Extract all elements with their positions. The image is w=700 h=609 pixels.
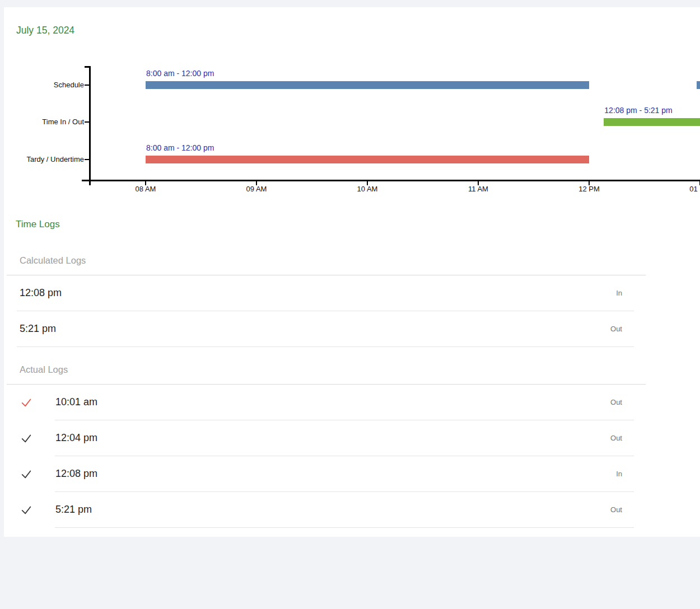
log-direction-badge: Out (610, 325, 622, 333)
gantt-bar[interactable] (146, 156, 589, 163)
log-time: 10:01 am (55, 396, 97, 408)
log-sections-container: Calculated Logs12:08 pmIn5:21 pmOutActua… (4, 254, 700, 528)
log-direction-badge: Out (610, 434, 622, 442)
log-section-actual-logs: Actual Logs10:01 amOut12:04 pmOut12:08 p… (4, 363, 700, 528)
row-label-tardy-undertime: Tardy / Undertime (4, 154, 84, 165)
log-section-calculated-logs: Calculated Logs12:08 pmIn5:21 pmOut (4, 254, 700, 347)
daily-attendance-card: July 15, 2024 Schedule8:00 am - 12:00 pm… (4, 7, 700, 537)
x-axis-tick-label: 08 AM (128, 185, 164, 194)
gantt-bar[interactable] (604, 118, 700, 126)
y-axis-end-tick (85, 66, 89, 68)
schedule-gantt-chart: Schedule8:00 am - 12:00 pmTime In / Out1… (4, 7, 700, 202)
check-icon (20, 396, 32, 409)
log-time: 12:08 pm (55, 468, 97, 480)
log-section-title: Actual Logs (20, 363, 700, 376)
log-time: 5:21 pm (55, 504, 92, 516)
gantt-bar-label: 8:00 am - 12:00 pm (146, 144, 214, 152)
time-logs-section: Time Logs Calculated Logs12:08 pmIn5:21 … (4, 218, 700, 528)
y-axis-tick (85, 85, 89, 86)
row-label-schedule: Schedule (4, 80, 84, 90)
check-icon (20, 504, 32, 516)
log-row: 10:01 amOut (55, 385, 634, 420)
x-axis-tick-label: 11 AM (460, 185, 496, 194)
x-axis-tick-label: 09 AM (239, 185, 274, 194)
gantt-bar[interactable] (146, 81, 589, 89)
log-time: 12:08 pm (20, 287, 62, 299)
log-section-title: Calculated Logs (20, 254, 700, 266)
page-background: July 15, 2024 Schedule8:00 am - 12:00 pm… (0, 0, 700, 609)
x-axis-tick-label: 01 PM (682, 185, 700, 194)
x-axis-tick-label: 10 AM (349, 185, 385, 194)
gantt-bar-label: 8:00 am - 12:00 pm (146, 69, 214, 78)
log-row: 12:04 pmOut (55, 420, 634, 456)
log-row: 12:08 pmIn (55, 456, 634, 492)
log-row: 12:08 pmIn (17, 275, 634, 311)
y-axis-tick (85, 121, 89, 123)
check-icon (20, 468, 32, 480)
time-logs-title: Time Logs (16, 218, 700, 231)
y-axis-tick (85, 159, 89, 160)
x-axis-tick-label: 12 PM (571, 185, 607, 194)
log-time: 5:21 pm (20, 323, 56, 335)
y-axis-line (89, 66, 91, 185)
gantt-bar[interactable] (697, 81, 700, 89)
log-direction-badge: Out (610, 505, 622, 514)
log-row: 5:21 pmOut (55, 492, 634, 528)
x-axis-line (82, 180, 700, 181)
log-direction-badge: Out (610, 398, 622, 406)
row-label-time-in-out: Time In / Out (4, 117, 84, 127)
log-time: 12:04 pm (55, 432, 97, 444)
log-direction-badge: In (616, 470, 622, 478)
gantt-bar-label: 12:08 pm - 5:21 pm (604, 106, 672, 115)
log-row: 5:21 pmOut (17, 311, 634, 347)
check-icon (20, 432, 32, 444)
log-direction-badge: In (616, 289, 622, 297)
